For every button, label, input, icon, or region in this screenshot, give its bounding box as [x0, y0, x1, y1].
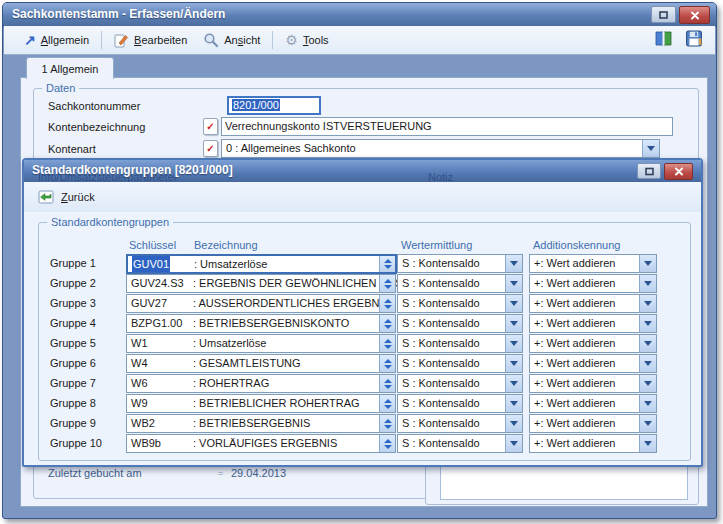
menu-item-tools[interactable]: ⚙ Tools — [277, 30, 336, 50]
spinner-icon[interactable] — [379, 375, 395, 392]
dropdown-arrow-icon[interactable] — [505, 295, 522, 312]
wertermittlung-select[interactable]: S : Kontensaldo — [397, 334, 523, 353]
key-field[interactable]: GUV01 : Umsatzerlöse — [126, 254, 397, 274]
key-value: W6 — [131, 375, 148, 392]
wertermittlung-select[interactable]: S : Kontensaldo — [397, 394, 523, 413]
sachkontonummer-input[interactable]: 8201/000 — [227, 96, 321, 115]
additionskennung-select[interactable]: +: Wert addieren — [529, 254, 657, 273]
additionskennung-select[interactable]: +: Wert addieren — [529, 394, 657, 413]
dropdown-arrow-icon[interactable] — [505, 435, 522, 452]
spinner-icon[interactable] — [379, 315, 395, 332]
menu-item-allgemein[interactable]: ↗ Allgemein — [16, 31, 97, 49]
additionskennung-select[interactable]: +: Wert addieren — [529, 374, 657, 393]
additionskennung-select[interactable]: +: Wert addieren — [529, 314, 657, 333]
additionskennung-select[interactable]: +: Wert addieren — [529, 414, 657, 433]
dropdown-arrow-icon[interactable] — [505, 255, 522, 272]
back-button[interactable]: Zurück — [34, 187, 99, 207]
dropdown-arrow-icon[interactable] — [505, 335, 522, 352]
dialog-close-button[interactable] — [664, 163, 693, 180]
table-row: Gruppe 2 GUV24.S3 : ERGEBNIS DER GEWÖHNL… — [24, 274, 701, 294]
required-check-icon[interactable]: ✓ — [203, 140, 218, 157]
spinner-icon[interactable] — [379, 256, 395, 272]
spinner-icon[interactable] — [379, 435, 395, 452]
help-book-icon[interactable] — [654, 30, 673, 47]
dropdown-arrow-icon[interactable] — [505, 315, 522, 332]
selected-value: 8201/000 — [232, 99, 280, 111]
key-description: : ROHERTRAG — [193, 375, 269, 392]
dropdown-arrow-icon[interactable] — [639, 355, 656, 372]
key-field[interactable]: WB9b : VORLÄUFIGES ERGEBNIS — [126, 434, 396, 453]
menu-item-bearbeiten[interactable]: Bearbeiten — [106, 30, 195, 51]
dropdown-arrow-icon[interactable] — [639, 335, 656, 352]
back-label: Zurück — [61, 191, 95, 203]
close-button[interactable] — [679, 6, 710, 24]
column-header-additionskennung: Additionskennung — [533, 239, 620, 251]
tab-allgemein[interactable]: 1 Allgemein — [26, 57, 114, 79]
back-arrow-icon — [38, 189, 55, 205]
spinner-icon[interactable] — [379, 295, 395, 312]
additionskennung-select[interactable]: +: Wert addieren — [529, 294, 657, 313]
dropdown-arrow-icon[interactable] — [639, 275, 656, 292]
dropdown-arrow-icon[interactable] — [505, 275, 522, 292]
magnifier-icon — [203, 32, 219, 48]
kontenbezeichnung-input[interactable]: Verrechnungskonto ISTVERSTEUERUNG — [221, 117, 673, 136]
wertermittlung-select[interactable]: S : Kontensaldo — [397, 314, 523, 333]
main-titlebar[interactable]: Sachkontenstamm - Erfassen/Ändern — [3, 3, 716, 27]
spinner-icon[interactable] — [379, 275, 395, 292]
dropdown-arrow-icon[interactable] — [505, 375, 522, 392]
key-field[interactable]: WB2 : BETRIEBSERGEBNIS — [126, 414, 396, 433]
dialog-titlebar[interactable]: Info/Umsatzsteuerparameter Notiz Standar… — [24, 160, 701, 182]
key-value: W9 — [131, 395, 148, 412]
additionskennung-select[interactable]: +: Wert addieren — [529, 274, 657, 293]
restore-button[interactable] — [651, 6, 676, 23]
wert-value: S : Kontensaldo — [402, 315, 480, 332]
spinner-icon[interactable] — [379, 415, 395, 432]
dropdown-arrow-icon[interactable] — [639, 295, 656, 312]
spinner-icon[interactable] — [379, 335, 395, 352]
dropdown-arrow-icon[interactable] — [505, 395, 522, 412]
additionskennung-select[interactable]: +: Wert addieren — [529, 434, 657, 453]
dropdown-arrow-icon[interactable] — [639, 435, 656, 452]
key-field[interactable]: GUV27 : AUSSERORDENTLICHES ERGEBNIS — [126, 294, 396, 313]
wertermittlung-select[interactable]: S : Kontensaldo — [397, 294, 523, 313]
addition-value: +: Wert addieren — [534, 275, 615, 292]
spinner-icon[interactable] — [379, 355, 395, 372]
menu-label: Allgemein — [41, 34, 89, 46]
menu-item-ansicht[interactable]: Ansicht — [195, 29, 268, 51]
menu-label: Tools — [303, 34, 329, 46]
required-check-icon[interactable]: ✓ — [203, 118, 218, 135]
key-field[interactable]: W1 : Umsatzerlöse — [126, 334, 396, 353]
wertermittlung-select[interactable]: S : Kontensaldo — [397, 434, 523, 453]
addition-value: +: Wert addieren — [534, 255, 615, 272]
dropdown-arrow-icon[interactable] — [505, 355, 522, 372]
key-field[interactable]: W6 : ROHERTRAG — [126, 374, 396, 393]
dropdown-arrow-icon[interactable] — [639, 255, 656, 272]
wertermittlung-select[interactable]: S : Kontensaldo — [397, 374, 523, 393]
key-field[interactable]: W9 : BETRIEBLICHER ROHERTRAG — [126, 394, 396, 413]
addition-value: +: Wert addieren — [534, 315, 615, 332]
key-field[interactable]: GUV24.S3 : ERGEBNIS DER GEWÖHNLICHEN GES — [126, 274, 396, 293]
dialog-restore-button[interactable] — [637, 163, 661, 179]
wertermittlung-select[interactable]: S : Kontensaldo — [397, 414, 523, 433]
spinner-icon[interactable] — [379, 395, 395, 412]
kontenart-select[interactable]: 0 : Allgemeines Sachkonto — [221, 139, 660, 158]
key-field[interactable]: W4 : GESAMTLEISTUNG — [126, 354, 396, 373]
wert-value: S : Kontensaldo — [402, 255, 480, 272]
dropdown-arrow-icon[interactable] — [639, 395, 656, 412]
dropdown-arrow-icon[interactable] — [505, 415, 522, 432]
wertermittlung-select[interactable]: S : Kontensaldo — [397, 354, 523, 373]
save-icon[interactable] — [685, 30, 703, 47]
dropdown-arrow-icon[interactable] — [639, 375, 656, 392]
dropdown-arrow-icon[interactable] — [639, 415, 656, 432]
key-field[interactable]: BZPG1.00 : BETRIEBSERGEBNISKONTO — [126, 314, 396, 333]
key-description: : Umsatzerlöse — [194, 256, 267, 272]
additionskennung-select[interactable]: +: Wert addieren — [529, 334, 657, 353]
wert-value: S : Kontensaldo — [402, 335, 480, 352]
dropdown-arrow-icon[interactable] — [639, 315, 656, 332]
wertermittlung-select[interactable]: S : Kontensaldo — [397, 274, 523, 293]
table-row: Gruppe 5 W1 : Umsatzerlöse S : Kontensal… — [24, 334, 701, 354]
wertermittlung-select[interactable]: S : Kontensaldo — [397, 254, 523, 273]
additionskennung-select[interactable]: +: Wert addieren — [529, 354, 657, 373]
column-header-schluessel: Schlüssel — [129, 239, 176, 251]
dropdown-arrow-icon[interactable] — [642, 140, 659, 157]
